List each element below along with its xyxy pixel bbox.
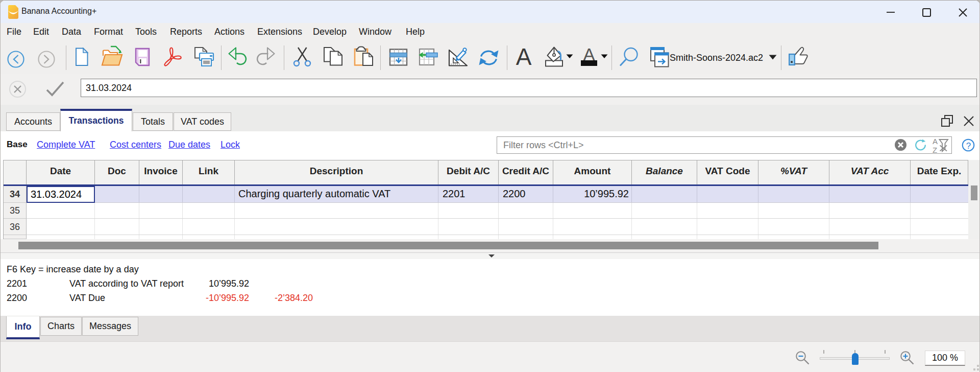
svg-text:A: A [516,43,532,70]
svg-text:?: ? [966,141,971,151]
svg-text:Z: Z [933,146,937,154]
svg-text:A: A [933,137,938,146]
